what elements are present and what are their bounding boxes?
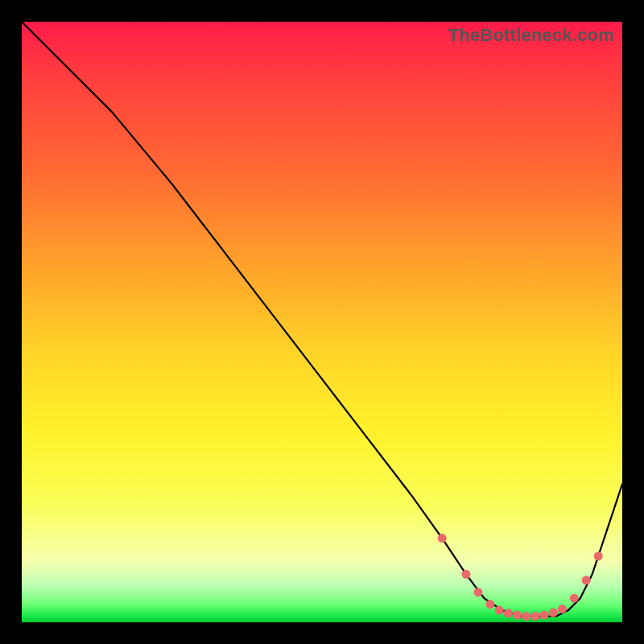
bottleneck-curve	[22, 22, 622, 617]
valley-dot	[462, 570, 471, 579]
curve-svg	[22, 22, 622, 622]
valley-dot	[558, 605, 567, 613]
valley-dot	[504, 609, 513, 617]
valley-dot	[582, 576, 591, 584]
valley-dot	[513, 611, 522, 620]
chart-frame: TheBottleneck.com	[0, 0, 644, 644]
valley-dot	[438, 534, 447, 543]
valley-dot	[530, 612, 539, 621]
valley-dot	[549, 609, 558, 617]
valley-dot	[485, 600, 494, 609]
valley-dot	[570, 594, 579, 603]
valley-dot	[594, 551, 603, 560]
valley-dot	[540, 611, 549, 620]
valley-dot	[495, 606, 504, 615]
valley-dot	[522, 612, 530, 621]
plot-area: TheBottleneck.com	[22, 22, 622, 622]
valley-dot	[474, 588, 483, 597]
valley-dots-group	[438, 534, 603, 621]
